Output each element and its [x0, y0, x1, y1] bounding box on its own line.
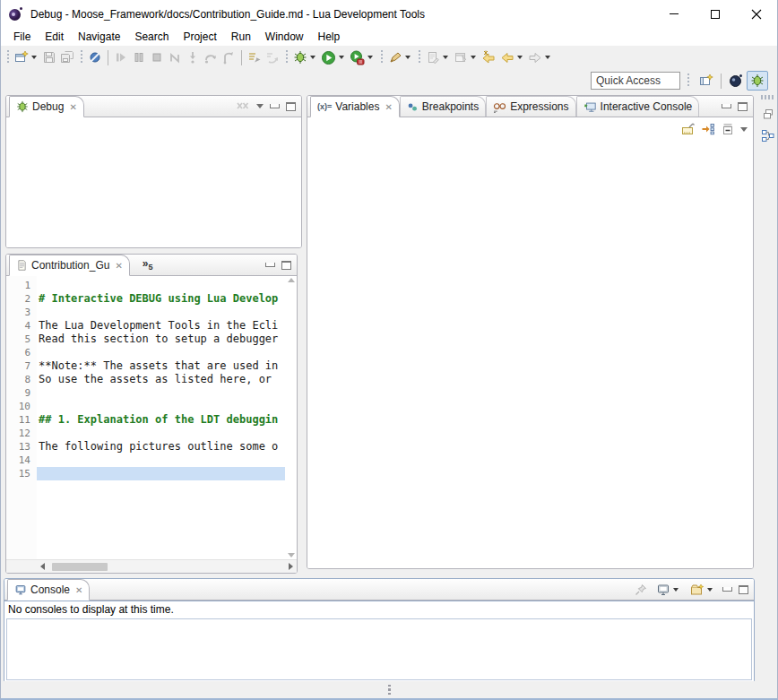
quick-access-input[interactable] — [591, 72, 680, 90]
new-document-button[interactable] — [424, 48, 452, 67]
menu-help[interactable]: Help — [311, 29, 348, 45]
save-all-button[interactable] — [58, 48, 76, 67]
window-close-button[interactable] — [736, 0, 777, 28]
run-coverage-icon — [350, 50, 365, 65]
tab-debug[interactable]: Debug ✕ — [9, 96, 84, 117]
toolbar-grip[interactable] — [5, 50, 10, 65]
last-edit-location-button[interactable] — [480, 48, 498, 67]
menu-edit[interactable]: Edit — [38, 29, 71, 45]
debug-view-content[interactable] — [6, 117, 301, 247]
skip-all-breakpoints-button[interactable] — [86, 48, 104, 67]
open-perspective-button[interactable] — [696, 71, 717, 91]
tab-contribution-guide[interactable]: Contribution_Gu ✕ — [9, 255, 130, 276]
variables-icon: (x)= — [317, 102, 332, 111]
maximize-view-button[interactable] — [739, 585, 748, 594]
scroll-right-icon[interactable] — [289, 563, 293, 570]
forward-button[interactable] — [526, 48, 554, 67]
new-wizard-button[interactable] — [13, 48, 40, 67]
minimize-view-button[interactable] — [265, 263, 275, 267]
drop-to-frame-button[interactable] — [264, 48, 281, 67]
show-logical-structures-icon[interactable] — [701, 122, 715, 136]
resume-button[interactable] — [112, 48, 130, 67]
menu-search[interactable]: Search — [127, 29, 176, 45]
toolbar-separator — [241, 50, 242, 65]
menu-navigate[interactable]: Navigate — [71, 29, 127, 45]
display-selected-console-button[interactable] — [654, 580, 682, 600]
maximize-view-button[interactable] — [286, 102, 296, 111]
outline-view-icon[interactable] — [760, 128, 775, 143]
maximize-view-button[interactable] — [738, 102, 748, 111]
pin-console-icon[interactable] — [634, 583, 648, 597]
back-button[interactable] — [498, 48, 526, 67]
tab-interactive-console[interactable]: Interactive Console — [576, 96, 700, 117]
editor-horizontal-scrollbar[interactable] — [6, 559, 297, 573]
toolbar-grip[interactable] — [379, 50, 384, 65]
hidden-editors-chevron[interactable]: »5 — [143, 257, 153, 272]
current-line — [37, 467, 285, 480]
step-return-button[interactable] — [220, 48, 238, 67]
run-button[interactable] — [319, 48, 348, 67]
strip-grip[interactable] — [761, 95, 775, 99]
toolbar-grip[interactable] — [284, 50, 289, 65]
debug-button[interactable] — [291, 48, 319, 67]
minimize-view-button[interactable] — [722, 104, 731, 108]
variables-view-content[interactable] — [307, 141, 753, 568]
new-document-icon — [426, 50, 440, 65]
use-step-filters-button[interactable] — [246, 48, 264, 67]
view-menu-icon[interactable] — [740, 127, 748, 132]
open-element-button[interactable] — [452, 48, 480, 67]
editor-text-area[interactable]: # Interactive DEBUG using Lua Develop Th… — [37, 276, 285, 559]
statusbar-drag-handle[interactable] — [388, 685, 391, 696]
toolbar-grip[interactable] — [686, 73, 690, 88]
menu-project[interactable]: Project — [176, 29, 223, 45]
toolbar-grip[interactable] — [79, 50, 83, 65]
remove-all-terminated-icon[interactable] — [236, 100, 250, 113]
menu-file[interactable]: File — [6, 29, 38, 45]
debug-bug-icon — [293, 50, 307, 65]
toolbar-separator — [721, 73, 722, 89]
tab-breakpoints[interactable]: Breakpoints — [400, 96, 486, 117]
save-button[interactable] — [40, 48, 58, 67]
tab-expressions[interactable]: Expressions — [486, 96, 575, 117]
step-into-button[interactable] — [184, 48, 202, 67]
show-type-names-icon[interactable] — [681, 122, 696, 136]
debug-perspective-button[interactable] — [747, 71, 768, 91]
external-tools-button[interactable] — [386, 48, 414, 67]
disconnect-button[interactable] — [166, 48, 184, 67]
step-over-button[interactable] — [202, 48, 220, 67]
suspend-button[interactable] — [130, 48, 148, 67]
tab-variables[interactable]: (x)= Variables ✕ — [310, 96, 400, 117]
toolbar-grip[interactable] — [417, 50, 421, 65]
window-minimize-button[interactable] — [653, 0, 695, 28]
step-return-icon — [221, 50, 236, 65]
scroll-down-icon[interactable] — [288, 553, 295, 557]
close-tab-icon[interactable]: ✕ — [75, 585, 82, 595]
collapse-all-icon[interactable] — [721, 122, 735, 136]
lua-perspective-button[interactable] — [725, 71, 747, 91]
view-menu-icon[interactable] — [256, 104, 264, 108]
run-coverage-button[interactable] — [348, 48, 376, 67]
scroll-up-icon[interactable] — [288, 278, 295, 282]
terminate-button[interactable] — [148, 48, 166, 67]
minimize-view-button[interactable] — [722, 587, 732, 592]
scroll-left-icon[interactable] — [40, 563, 45, 570]
restore-view-icon[interactable] — [761, 107, 775, 121]
tab-console[interactable]: Console ✕ — [7, 579, 90, 601]
window-maximize-button[interactable] — [695, 0, 736, 28]
menu-run[interactable]: Run — [224, 29, 258, 45]
close-tab-icon[interactable]: ✕ — [69, 102, 76, 112]
debug-bug-icon — [16, 100, 29, 113]
close-tab-icon[interactable]: ✕ — [385, 102, 392, 112]
open-console-button[interactable] — [688, 580, 716, 600]
minimize-view-button[interactable] — [270, 104, 280, 108]
close-tab-icon[interactable]: ✕ — [115, 261, 122, 271]
editor-vertical-scrollbar[interactable] — [285, 276, 297, 559]
scrollbar-thumb[interactable] — [52, 563, 108, 571]
console-toolbar — [634, 580, 754, 600]
save-icon — [42, 50, 56, 65]
save-all-icon — [60, 50, 74, 65]
menu-window[interactable]: Window — [258, 29, 311, 45]
editor-line-numbers: 1 2 3 4 5 6 7 8 9 10 11 12 13 14 15 — [6, 276, 37, 559]
maximize-view-button[interactable] — [281, 261, 291, 270]
console-message: No consoles to display at this time. — [4, 601, 754, 618]
